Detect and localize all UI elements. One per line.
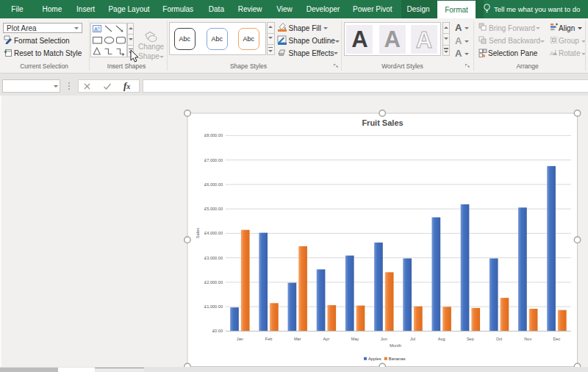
svg-text:£6,000.00: £6,000.00 xyxy=(204,182,223,187)
svg-text:Jun: Jun xyxy=(381,337,387,341)
svg-text:Sales: Sales xyxy=(196,228,200,239)
svg-text:Oct: Oct xyxy=(496,337,503,341)
svg-text:Jan: Jan xyxy=(237,337,243,341)
svg-text:£5,000.00: £5,000.00 xyxy=(204,207,223,211)
svg-text:Sep: Sep xyxy=(467,337,474,341)
svg-text:Bananas: Bananas xyxy=(389,357,406,361)
svg-text:A: A xyxy=(94,26,98,31)
svg-text:Fruit Sales: Fruit Sales xyxy=(362,118,403,127)
svg-text:£1,000.00: £1,000.00 xyxy=(204,304,223,309)
svg-text:£0.00: £0.00 xyxy=(212,329,223,333)
svg-text:£2,000.00: £2,000.00 xyxy=(204,280,223,285)
svg-text:May: May xyxy=(351,337,359,341)
svg-text:£4,000.00: £4,000.00 xyxy=(204,231,223,235)
svg-text:£3,000.00: £3,000.00 xyxy=(204,256,223,260)
svg-text:Feb: Feb xyxy=(265,337,273,341)
svg-text:A: A xyxy=(416,26,432,52)
svg-text:Apr: Apr xyxy=(323,337,330,341)
svg-text:£7,000.00: £7,000.00 xyxy=(204,158,223,162)
svg-text:Mar: Mar xyxy=(294,337,301,341)
svg-text:£8,000.00: £8,000.00 xyxy=(204,133,223,137)
svg-text:Jul: Jul xyxy=(410,337,415,341)
svg-text:Aug: Aug xyxy=(438,337,445,341)
svg-text:Apples: Apples xyxy=(368,357,381,361)
svg-text:Month: Month xyxy=(390,343,401,348)
svg-text:Nov: Nov xyxy=(524,337,531,341)
svg-text:Dec: Dec xyxy=(553,337,560,341)
